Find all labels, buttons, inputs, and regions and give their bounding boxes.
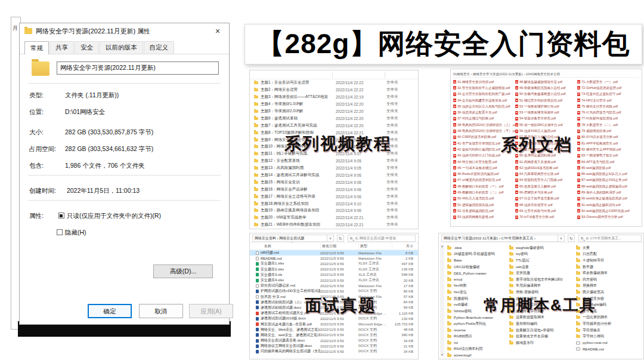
folder-row[interactable]: 主题3：网络攻击前沿——ATT&CK框架 2022/11/4 22:19 文件夹 [250, 94, 418, 101]
folder-row[interactable]: 主题16：网络安全产品讲解 2022/11/4 9:06 文件夹 [250, 186, 418, 193]
folder-row[interactable]: CRC32校验爆破 [447, 264, 509, 270]
pdf-file-row[interactable]: 48-图解弱口令的危害（一）.pdf [453, 183, 515, 189]
header-size[interactable]: 大小 [392, 244, 418, 249]
folder-row[interactable]: RGB转图片 [447, 333, 509, 340]
folder-row[interactable]: rot [447, 340, 509, 346]
pdf-file-row[interactable]: 64-智能制造安全入门指南.pdf [515, 177, 577, 183]
folder-row[interactable]: 批量解压压缩包+带密码 [509, 327, 576, 334]
pdf-file-row[interactable]: 54-智能设备安全研究.pdf [515, 116, 577, 122]
dialog-tab[interactable]: 以前的版本 [100, 41, 143, 54]
pdf-file-row[interactable]: 91-web漏洞之越权访问.pdf [577, 202, 639, 208]
pdf-file-row[interactable]: 52-业务逻辑漏洞防范.pdf [453, 208, 515, 214]
pdf-file-row[interactable]: 74-NFC支付安全.pdf [577, 97, 639, 103]
folder-row[interactable]: 字节转二维码 [576, 333, 640, 340]
pdf-file-row[interactable]: 89-海外人员的隐私保护.pdf [577, 189, 639, 195]
folder-row[interactable]: 主题21：WEB中间件和数据库加固 2022/11/4 22:21 文件夹 [250, 222, 418, 229]
folder-row[interactable]: Base [447, 257, 509, 264]
pdf-file-row[interactable]: 44-明文弱口令安全配置.pdf [453, 159, 515, 165]
folder-row[interactable]: 主题20：HW蓝军实战教学 2022/11/4 22:21 文件夹 [250, 214, 418, 222]
file-row[interactable]: 安全题库2.xlsx 2022/11/5 9:59 XLSX 工作表 136 K… [250, 267, 418, 272]
dialog-tab[interactable]: 共享 [49, 41, 74, 54]
pdf-file-row[interactable]: 46-Redis未授权访问漏洞.pdf [453, 171, 515, 177]
pdf-file-row[interactable]: 32-安全应急响应中心之威胁情报.pdf [453, 85, 515, 91]
folder-row[interactable]: 主题18.网络安全之系统加固 2022/11/4 9:10 文件夹 [250, 200, 418, 207]
pdf-file-row[interactable]: 51-逻辑漏洞挖掘实战.pdf [453, 202, 515, 208]
folder-row[interactable]: 四方密码 [576, 276, 640, 283]
pdf-file-row[interactable]: 63-汽车车联网安全记录.pdf [515, 171, 577, 177]
folder-row[interactable]: 主题4：等保测评1.0详解 2022/11/4 22:20 文件夹 [250, 101, 418, 108]
scroll-up-icon[interactable]: ▲ [440, 244, 444, 248]
file-row[interactable]: 网络安全面试题及答案.docx 2022/11/5 9:59 DOCX 文档 3… [250, 338, 418, 343]
pdf-file-row[interactable]: 67-社会工程学攻击案例.pdf [515, 196, 577, 202]
folder-row[interactable]: DES_Python-master [447, 270, 509, 276]
ok-button[interactable]: 确定 [88, 304, 132, 318]
pdf-file-row[interactable]: 90-web应用之敏感信息泄露.pdf [577, 196, 639, 202]
search-input[interactable]: 在 网络安全面试题 中搜索 [348, 235, 416, 242]
pdf-file-row[interactable]: 76-行为风控攻击与防范.pdf [577, 109, 639, 115]
file-row[interactable]: 部分面试问题记录.md 2022/11/5 9:59 Markdown File… [250, 283, 418, 288]
pdf-file-row[interactable]: 83-一图读懂电子取证.pdf [577, 153, 639, 159]
folder-row[interactable]: 主题1：安全意识与安全运营 2022/11/4 22:22 文件夹 [250, 79, 418, 87]
folder-row[interactable]: 替换脚本 [576, 283, 640, 290]
pdf-file-row[interactable]: 68-浅谈供应链安全.pdf [515, 202, 577, 208]
pdf-file-row[interactable]: 61-内网穿透工具使用.pdf [515, 159, 577, 165]
folder-row[interactable]: 日志匹配 [576, 251, 640, 258]
pdf-file-row[interactable]: 66-蜜罐技术与应用.pdf [515, 189, 577, 195]
apply-button[interactable]: 应用(A) [189, 304, 233, 318]
folder-row[interactable]: 常用反编译脚本 [509, 283, 576, 290]
folder-row[interactable]: toy密码 [509, 251, 576, 258]
folder-row[interactable]: 主题7：渗透测试工具实操与实战 2022/11/4 22:20 文件夹 [250, 122, 418, 129]
breadcrumb[interactable]: 网络安全学习资源(2022.11月更新) › CTF常用脚本及工具 › [441, 235, 558, 242]
folder-row[interactable]: python-note.md [576, 340, 640, 346]
pdf-file-row[interactable]: 82-移动安全之APP加固.pdf [577, 146, 639, 152]
folder-row[interactable]: 主题5：等保测评2.0详解 2022/11/4 22:20 文件夹 [250, 108, 418, 115]
pdf-file-row[interactable]: 49-图解弱口令的危害（二）.pdf [453, 189, 515, 195]
folder-row[interactable]: 主题12：安全配置基线 2022/11/4 9:05 文件夹 [250, 158, 418, 165]
folder-row[interactable]: 主题13：高风险漏洞利用 2022/11/4 9:05 文件夹 [250, 165, 418, 172]
cancel-button[interactable]: 取消 [139, 304, 183, 318]
pdf-file-row[interactable]: 34-企业如何构建安全运营体系.pdf [453, 97, 515, 103]
chevron-down-icon[interactable]: ∨ [558, 235, 565, 242]
dialog-tab[interactable]: 安全 [75, 41, 99, 54]
header-name[interactable]: 名称 [250, 244, 320, 249]
hidden-checkbox[interactable]: 隐藏(H) [57, 229, 86, 236]
pdf-file-row[interactable]: 31-网络安全意识培训.pdf [453, 79, 515, 85]
folder-row[interactable]: README.md [576, 346, 640, 353]
file-row[interactable]: 网安面试必考题合集--含答案.pdf 2022/11/5 9:59 Micros… [250, 321, 418, 327]
pdf-file-row[interactable]: 81-APP手机检测安全.pdf [577, 140, 639, 146]
folder-row[interactable]: 主题19：路由交换及网络设备加固 2022/11/4 9:06 文件夹 [250, 207, 418, 214]
pdf-file-row[interactable]: 84-APT攻击与防范.pdf [577, 159, 639, 165]
dialog-tab[interactable]: 常规 [24, 41, 49, 54]
folder-row[interactable]: 逐字读取压缩包文件判断1和0 [509, 276, 576, 283]
folder-row[interactable]: .idea [447, 245, 509, 251]
folder-row[interactable]: 曼彻斯特编码 [509, 321, 576, 327]
pdf-file-row[interactable]: 47-url重定向的危害和防范.pdf [453, 177, 515, 183]
folder-row[interactable]: 去重 [576, 245, 640, 251]
breadcrumb[interactable]: 01网络安全 › 网络安全学习资源(2022.11月更新) › 100G网络安全… [453, 71, 639, 78]
pdf-file-row[interactable]: 45-一句话木马免杀绕过.pdf [453, 165, 515, 171]
file-row[interactable]: 网络安全、web安全、渗透测试之笔试总... 2022/11/5 9:59 DO… [250, 333, 418, 338]
pdf-file-row[interactable]: 69-云安全风险与对策.pdf [515, 208, 577, 214]
file-row[interactable]: 网络协议之网络安全面试题.docx 2022/11/5 9:59 DOCX 文档… [250, 343, 418, 349]
pdf-file-row[interactable]: 70-IoT设备安全分析.pdf [515, 214, 577, 220]
folder-row[interactable]: 主题17：网络安全之运维与升级 2022/11/4 9:06 文件夹 [250, 193, 418, 200]
folder-row[interactable]: 主题2：网络安全运营 2022/11/4 22:22 文件夹 [250, 87, 418, 94]
pdf-file-row[interactable]: 38-电商风控2020行业调研报告（上）.pdf [453, 122, 515, 128]
folder-row[interactable]: reverse [447, 327, 509, 334]
pdf-file-row[interactable]: 85-web漏洞挖掘.pdf [577, 165, 639, 171]
pdf-file-row[interactable]: 37-XSS之绕过与防御.pdf [453, 116, 515, 122]
folder-row[interactable]: 数学题 [576, 264, 640, 270]
pdf-file-row[interactable]: 49-勒索病毒防范指南小总结.pdf [515, 85, 577, 91]
breadcrumb[interactable]: 网络安全资料 › 网络安全面试题 [252, 235, 327, 242]
scrollbar[interactable]: ▲ ▼ [440, 244, 444, 356]
folder-row[interactable]: 双参数爆破脚本 [576, 270, 640, 276]
pdf-file-row[interactable]: 50-负载均衡健康检查小总结.pdf [515, 91, 577, 97]
folder-row[interactable]: 频域盲水印 [509, 340, 576, 346]
folder-row[interactable]: 变异凯撒 [509, 270, 576, 276]
pdf-file-row[interactable]: 50-XML注入攻击防范.pdf [453, 196, 515, 202]
pdf-file-row[interactable]: 52-一张图看懂护网行动.pdf [515, 103, 577, 109]
file-row[interactable]: README.md 2022/11/5 9:59 Markdown File 2… [250, 256, 418, 261]
pdf-file-row[interactable]: 79-威胁情报应用.pdf [577, 128, 639, 134]
folder-row[interactable]: 十进制转字符 [576, 257, 640, 264]
pdf-file-row[interactable]: 53-一张图看懂等保测评.pdf [515, 109, 577, 115]
